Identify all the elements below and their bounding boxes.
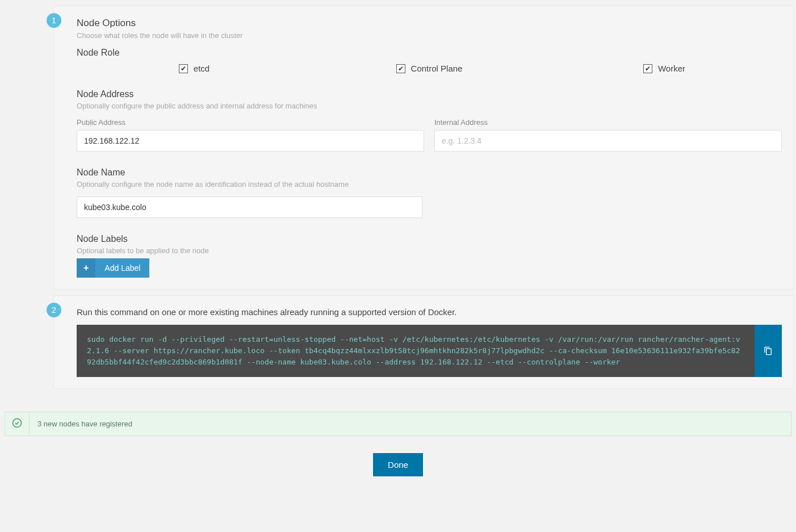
- command-block: sudo docker run -d --privileged --restar…: [77, 325, 782, 377]
- etcd-label: etcd: [194, 64, 210, 73]
- add-label-text: Add Label: [95, 259, 149, 277]
- public-address-input[interactable]: [77, 130, 424, 152]
- address-row: Public Address Internal Address: [77, 118, 782, 152]
- node-labels-desc: Optional labels to be applied to the nod…: [77, 246, 782, 255]
- run-command-title: Run this command on one or more existing…: [77, 307, 782, 317]
- node-options-desc: Choose what roles the node will have in …: [77, 31, 782, 40]
- plus-icon: +: [77, 258, 95, 278]
- copy-button[interactable]: [755, 325, 782, 377]
- done-button[interactable]: Done: [373, 453, 423, 476]
- node-labels-title: Node Labels: [77, 234, 782, 244]
- command-text: sudo docker run -d --privileged --restar…: [77, 325, 755, 377]
- worker-checkbox[interactable]: Worker: [643, 64, 685, 73]
- step-badge-1: 1: [47, 13, 61, 28]
- node-name-input[interactable]: [77, 196, 422, 218]
- worker-label: Worker: [658, 64, 685, 73]
- public-address-label: Public Address: [77, 118, 424, 127]
- control-plane-checkbox[interactable]: Control Plane: [396, 64, 463, 73]
- node-address-title: Node Address: [77, 89, 782, 99]
- step-badge-2: 2: [47, 303, 61, 317]
- node-options-panel: 1 Node Options Choose what roles the nod…: [53, 6, 794, 290]
- checkbox-icon: [643, 64, 652, 73]
- node-name-title: Node Name: [77, 167, 782, 178]
- checkbox-icon: [396, 64, 405, 73]
- node-address-desc: Optionally configure the public address …: [77, 102, 782, 110]
- internal-address-input[interactable]: [434, 130, 782, 152]
- banner-icon-wrap: [5, 412, 29, 435]
- control-plane-label: Control Plane: [411, 64, 463, 73]
- etcd-checkbox[interactable]: etcd: [179, 64, 210, 73]
- check-circle-icon: [12, 418, 22, 428]
- clipboard-icon: [764, 346, 773, 355]
- node-name-desc: Optionally configure the node name as id…: [77, 180, 782, 188]
- checkbox-icon: [179, 64, 188, 73]
- node-role-title: Node Role: [77, 48, 782, 58]
- status-banner: 3 new nodes have registered: [5, 412, 791, 436]
- internal-address-label: Internal Address: [434, 118, 782, 127]
- add-label-button[interactable]: + Add Label: [77, 258, 149, 278]
- run-command-panel: 2 Run this command on one or more existi…: [53, 295, 794, 389]
- node-options-title: Node Options: [77, 18, 782, 29]
- svg-point-0: [13, 419, 22, 428]
- done-row: Done: [2, 447, 794, 493]
- node-role-row: etcd Control Plane Worker: [77, 64, 782, 73]
- banner-text: 3 new nodes have registered: [29, 414, 791, 434]
- node-name-row: [77, 196, 782, 218]
